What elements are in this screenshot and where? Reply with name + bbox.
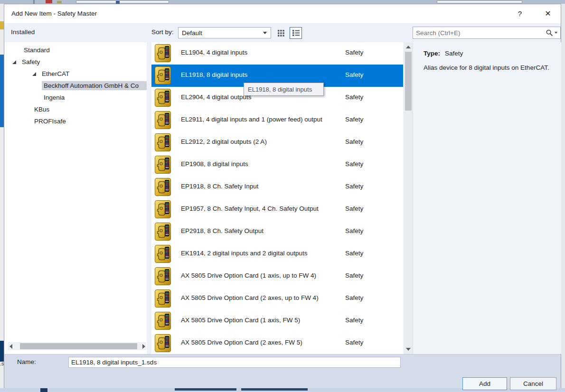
close-button[interactable]: ✕ bbox=[540, 7, 556, 20]
item-tooltip: EL1918, 8 digital inputs bbox=[244, 83, 324, 96]
item-name: EL2912, 2 digital outputs (2 A) bbox=[181, 138, 267, 145]
search-input[interactable] bbox=[413, 27, 546, 38]
tree-item[interactable]: KBus bbox=[5, 103, 147, 115]
item-name: EP1957, 8 Ch. Safety Input, 4 Ch. Safety… bbox=[181, 205, 319, 212]
grid-view-icon bbox=[278, 30, 284, 37]
item-type: Safety bbox=[345, 317, 363, 324]
tree-item[interactable]: EtherCAT bbox=[5, 68, 147, 80]
list-view-button[interactable] bbox=[290, 27, 302, 39]
background-fragment bbox=[0, 341, 4, 362]
list-item[interactable]: AX 5805 Drive Option Card (1 axis, FW 5)… bbox=[151, 310, 403, 332]
item-name: EL1904, 4 digital inputs bbox=[181, 49, 247, 56]
sort-by-label: Sort by: bbox=[151, 28, 174, 36]
dialog-titlebar[interactable]: Add New Item - Safety Master ? ✕ bbox=[4, 4, 561, 23]
tree-item-label: Beckhoff Automation GmbH & Co bbox=[42, 81, 147, 90]
list-item[interactable]: EP1957, 8 Ch. Safety Input, 4 Ch. Safety… bbox=[151, 198, 403, 221]
tree-horizontal-scrollbar[interactable] bbox=[8, 342, 146, 350]
list-item[interactable]: EP1908, 8 digital inputs Safety bbox=[151, 154, 403, 176]
type-value: Safety bbox=[445, 50, 463, 57]
scrollbar-thumb[interactable] bbox=[405, 52, 412, 111]
search-icon[interactable] bbox=[546, 29, 553, 37]
list-item[interactable]: EL2911, 4 digital inputs and 1 (power fe… bbox=[151, 109, 403, 131]
scrollbar-thumb[interactable] bbox=[20, 343, 137, 349]
safety-terminal-icon bbox=[155, 66, 171, 84]
item-name: EL2904, 4 digital outputs bbox=[181, 93, 252, 101]
safety-terminal-icon bbox=[155, 44, 171, 62]
scroll-right-icon[interactable] bbox=[142, 344, 145, 349]
safety-terminal-icon bbox=[155, 111, 171, 129]
list-item[interactable]: AX 5805 Drive Option Card (2 axes, FW 5)… bbox=[151, 332, 403, 354]
safety-terminal-icon bbox=[155, 89, 171, 107]
scroll-left-icon[interactable] bbox=[9, 344, 12, 349]
item-type: Safety bbox=[345, 272, 363, 279]
list-item[interactable]: EK1914, 2 digital inputs and 2 digital o… bbox=[151, 243, 403, 265]
item-name: EP1918, 8 Ch. Safety Input bbox=[181, 183, 259, 190]
tree-item[interactable]: Beckhoff Automation GmbH & Co bbox=[5, 80, 147, 92]
tree-item[interactable]: Standard bbox=[5, 44, 147, 56]
safety-terminal-icon bbox=[155, 178, 171, 196]
item-name: EL1918, 8 digital inputs bbox=[181, 71, 247, 78]
tree-item-label: EtherCAT bbox=[40, 69, 71, 78]
item-name: AX 5805 Drive Option Card (1 axis, up to… bbox=[181, 272, 316, 279]
dialog-toolbar: Installed Sort by: Default bbox=[4, 23, 561, 42]
list-item[interactable]: AX 5805 Drive Option Card (1 axis, up to… bbox=[151, 265, 403, 288]
item-name: AX 5805 Drive Option Card (1 axis, FW 5) bbox=[181, 317, 300, 324]
background-toolbar-combobox bbox=[76, 0, 169, 3]
background-toolbar-fragment bbox=[46, 0, 52, 3]
list-item[interactable]: EP2918, 8 Ch. Safety Output Safety bbox=[151, 221, 403, 243]
tree-expander-icon[interactable] bbox=[32, 72, 36, 76]
dialog-footer: Name: Add Cancel bbox=[4, 354, 561, 388]
search-options-caret-icon[interactable] bbox=[555, 32, 557, 34]
scroll-down-icon[interactable] bbox=[406, 348, 411, 351]
tree-item[interactable]: Safety bbox=[5, 56, 147, 68]
background-fragment bbox=[175, 388, 236, 391]
sort-by-value: Default bbox=[182, 29, 202, 37]
item-type: Safety bbox=[345, 71, 363, 78]
tree-item-label: KBus bbox=[32, 105, 51, 114]
help-button[interactable]: ? bbox=[513, 7, 527, 20]
safety-terminal-icon bbox=[155, 223, 171, 241]
item-type: Safety bbox=[345, 250, 363, 257]
name-label: Name: bbox=[17, 358, 36, 365]
list-item[interactable]: EL2912, 2 digital outputs (2 A) Safety bbox=[151, 131, 403, 154]
installed-section-label[interactable]: Installed bbox=[11, 28, 35, 36]
tree-item-label: Safety bbox=[20, 57, 42, 66]
item-name: AX 5805 Drive Option Card (2 axes, FW 5) bbox=[181, 339, 302, 346]
search-box bbox=[413, 27, 561, 39]
add-button[interactable]: Add bbox=[462, 377, 507, 390]
item-name: EL2911, 4 digital inputs and 1 (power fe… bbox=[181, 116, 322, 123]
item-type: Safety bbox=[345, 183, 363, 190]
tree-item[interactable]: Ingenia bbox=[5, 92, 147, 103]
item-type: Safety bbox=[345, 160, 363, 168]
list-item[interactable]: EP1918, 8 Ch. Safety Input Safety bbox=[151, 176, 403, 198]
background-toolbar-fragment bbox=[57, 1, 62, 3]
item-type: Safety bbox=[345, 116, 363, 123]
background-app-right-edge bbox=[561, 4, 565, 392]
cancel-button[interactable]: Cancel bbox=[510, 377, 556, 390]
icon-view-button[interactable] bbox=[275, 27, 287, 39]
list-vertical-scrollbar[interactable] bbox=[404, 42, 413, 354]
tree-item-label: PROFIsafe bbox=[32, 117, 68, 126]
safety-terminal-icon bbox=[155, 312, 171, 330]
background-fragment bbox=[0, 55, 4, 127]
item-details-panel: Type:Safety Alias device for 8 digital i… bbox=[413, 42, 561, 354]
background-fragment bbox=[241, 388, 308, 391]
item-name: EK1914, 2 digital inputs and 2 digital o… bbox=[181, 250, 307, 257]
tree-item-label: Standard bbox=[22, 46, 52, 55]
sort-by-dropdown[interactable]: Default bbox=[178, 27, 271, 38]
dialog-title: Add New Item - Safety Master bbox=[11, 10, 97, 17]
tree-item[interactable]: PROFIsafe bbox=[5, 115, 147, 127]
name-input[interactable] bbox=[68, 357, 401, 368]
background-toolbar-fragment bbox=[33, 0, 35, 4]
item-type: Safety bbox=[345, 49, 363, 56]
item-type: Safety bbox=[345, 205, 363, 212]
item-type: Safety bbox=[345, 339, 363, 346]
list-item[interactable]: AX 5805 Drive Option Card (2 axes, up to… bbox=[151, 288, 403, 310]
list-item[interactable]: EL1904, 4 digital inputs Safety bbox=[151, 42, 403, 65]
tree-item-label: Ingenia bbox=[42, 93, 66, 102]
safety-terminal-icon bbox=[155, 289, 171, 308]
safety-terminal-icon bbox=[155, 334, 171, 352]
scroll-up-icon[interactable] bbox=[406, 46, 411, 48]
tree-expander-icon[interactable] bbox=[12, 60, 16, 64]
background-fragment bbox=[0, 21, 4, 29]
